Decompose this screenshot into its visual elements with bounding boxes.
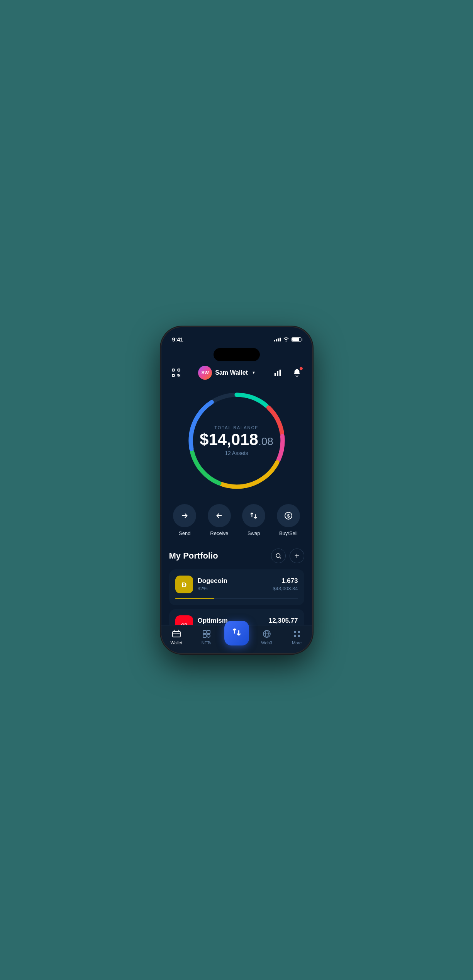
wallet-name: Sam Wallet [215,369,248,376]
more-icon [292,629,302,639]
header-right [271,366,304,380]
svg-rect-21 [203,634,206,637]
svg-rect-4 [277,371,279,376]
swap-label: Swap [248,530,260,536]
stats-button[interactable] [271,366,285,380]
nav-nfts[interactable]: NFTs [192,629,222,645]
swap-fab-button[interactable] [224,621,249,645]
svg-rect-26 [294,635,296,637]
swap-button[interactable] [242,504,265,527]
balance-amount: $14,018.08 [200,431,273,448]
send-button[interactable] [173,504,196,527]
svg-rect-0 [172,369,174,371]
phone-frame: 9:41 [161,327,312,653]
nav-more[interactable]: More [282,629,312,645]
buysell-label: Buy/Sell [279,530,298,536]
header: SW Sam Wallet ▼ [161,361,312,383]
buysell-button[interactable]: $ [277,504,300,527]
dogecoin-progress-fill [175,598,215,599]
more-nav-label: More [292,640,302,645]
wifi-icon [283,336,289,343]
wallet-nav-label: Wallet [170,640,182,645]
svg-rect-2 [172,374,174,376]
balance-label: TOTAL BALANCE [200,425,273,430]
balance-text: TOTAL BALANCE $14,018.08 12 Assets [200,425,273,456]
search-button[interactable] [271,549,286,563]
balance-section: TOTAL BALANCE $14,018.08 12 Assets [161,383,312,495]
portfolio-actions [271,549,304,563]
buysell-action[interactable]: $ Buy/Sell [277,504,300,536]
nav-wallet[interactable]: Wallet [161,629,192,645]
svg-rect-25 [298,631,300,633]
dogecoin-logo: Ð [175,576,193,593]
svg-rect-18 [173,632,180,637]
wallet-icon [171,629,181,639]
dogecoin-name: Dogecoin [198,577,227,585]
svg-text:Ð: Ð [181,581,186,588]
chevron-down-icon: ▼ [252,370,256,375]
svg-point-15 [276,554,280,558]
receive-button[interactable] [208,504,231,527]
swap-fab-icon [232,627,242,639]
bottom-nav: Wallet NFTs [161,625,312,653]
avatar: SW [198,366,212,380]
receive-label: Receive [210,530,228,536]
dynamic-island [214,348,260,361]
dogecoin-values: 1.673 $43,003.34 [273,577,298,591]
send-label: Send [179,530,190,536]
add-asset-button[interactable] [290,549,304,563]
dogecoin-amount: 1.673 [273,577,298,585]
dogecoin-info: Dogecoin 32% [198,577,227,591]
balance-assets: 12 Assets [200,450,273,456]
svg-rect-5 [280,369,281,376]
svg-text:$: $ [287,513,290,519]
signal-icon [274,338,281,341]
svg-rect-3 [275,373,276,376]
nav-center [222,628,252,645]
status-time: 9:41 [172,336,183,343]
scan-button[interactable] [169,366,183,380]
phone-screen: 9:41 [161,327,312,653]
dogecoin-value: $43,003.34 [273,586,298,591]
asset-card-dogecoin[interactable]: Ð Dogecoin 32% 1.673 $43,003.34 [169,569,304,605]
dogecoin-progress-bar [175,598,298,599]
swap-action[interactable]: Swap [242,504,265,536]
receive-action[interactable]: Receive [208,504,231,536]
optimism-amount: 12,305.77 [269,617,298,625]
battery-icon [292,337,301,342]
wallet-selector[interactable]: SW Sam Wallet ▼ [198,366,256,380]
notification-badge [299,367,303,370]
actions: Send Receive Swap [161,495,312,542]
svg-rect-1 [178,369,180,371]
status-icons [274,336,301,343]
donut-chart: TOTAL BALANCE $14,018.08 12 Assets [183,387,291,495]
svg-rect-24 [294,631,296,633]
portfolio-header: My Portfolio [169,549,304,563]
dogecoin-pct: 32% [198,586,227,591]
nfts-nav-label: NFTs [202,640,212,645]
web3-icon [262,629,272,639]
svg-rect-27 [298,635,300,637]
notifications-button[interactable] [290,366,304,380]
web3-nav-label: Web3 [261,640,272,645]
svg-rect-19 [203,630,206,634]
status-bar: 9:41 [161,327,312,346]
optimism-name: Optimism [198,617,228,625]
portfolio-title: My Portfolio [169,551,218,561]
svg-rect-20 [207,630,210,634]
nav-web3[interactable]: Web3 [252,629,282,645]
nfts-icon [202,629,212,639]
send-action[interactable]: Send [173,504,196,536]
